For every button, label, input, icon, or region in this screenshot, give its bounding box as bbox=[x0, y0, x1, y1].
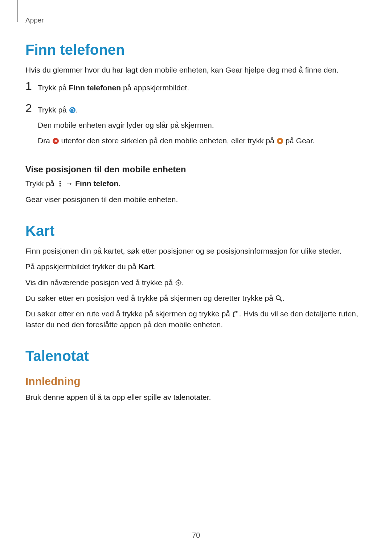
maps-p3-a: Vis din nåværende posisjon ved å trykke … bbox=[25, 278, 175, 287]
maps-p5: Du søker etter en rute ved å trykke på s… bbox=[25, 308, 367, 330]
sub-p1-end: . bbox=[118, 179, 121, 188]
step1-text-a: Trykk på bbox=[38, 83, 69, 92]
findphone-sub-title: Vise posisjonen til den mobile enheten bbox=[25, 164, 367, 175]
step2-line3-b: utenfor den store sirkelen på den mobile… bbox=[59, 136, 277, 145]
locate-start-icon bbox=[69, 107, 76, 114]
maps-p5-a: Du søker etter en rute ved å trykke på s… bbox=[25, 309, 232, 318]
maps-p2-a: På appskjermbildet trykker du på bbox=[25, 262, 139, 271]
svg-point-8 bbox=[59, 181, 61, 182]
step-2: 2 Trykk på . Den mobile enheten avgir ly… bbox=[25, 102, 367, 151]
stop-gear-icon bbox=[277, 138, 283, 144]
search-icon bbox=[275, 295, 282, 302]
voicememo-sub: Innledning bbox=[25, 375, 367, 387]
header-category: Apper bbox=[25, 16, 367, 24]
svg-line-18 bbox=[280, 299, 282, 301]
maps-p2-bold: Kart bbox=[139, 262, 154, 271]
maps-p2-end: . bbox=[154, 262, 156, 271]
directions-icon bbox=[232, 311, 239, 317]
arrow: → bbox=[64, 179, 75, 188]
step2-text-b: . bbox=[76, 106, 78, 114]
section-title-maps: Kart bbox=[25, 223, 367, 239]
maps-p4-a: Du søker etter en posisjon ved å trykke … bbox=[25, 294, 275, 302]
page-number: 70 bbox=[0, 531, 392, 539]
step2-line3-c: på Gear. bbox=[283, 136, 315, 145]
maps-p3-end: . bbox=[182, 278, 184, 287]
step2-text-a: Trykk på bbox=[38, 106, 69, 114]
step-number: 2 bbox=[25, 102, 38, 115]
svg-point-0 bbox=[69, 107, 75, 113]
maps-p4-end: . bbox=[282, 294, 285, 302]
step2-line3-a: Dra bbox=[38, 136, 52, 145]
step-number: 1 bbox=[25, 80, 38, 93]
svg-point-17 bbox=[276, 296, 280, 300]
step1-bold: Finn telefonen bbox=[69, 83, 121, 92]
svg-point-9 bbox=[59, 183, 61, 185]
maps-p1: Finn posisjonen din på kartet, søk etter… bbox=[25, 246, 367, 256]
manual-page: Apper Finn telefonen Hvis du glemmer hvo… bbox=[0, 0, 392, 554]
findphone-sub-p1: Trykk på → Finn telefon. bbox=[25, 178, 367, 189]
section-title-find-phone: Finn telefonen bbox=[25, 42, 367, 58]
dismiss-phone-icon bbox=[52, 138, 59, 144]
sub-p1-bold: Finn telefon bbox=[75, 179, 118, 188]
section-title-voicememo: Talenotat bbox=[25, 348, 367, 364]
findphone-intro: Hvis du glemmer hvor du har lagt den mob… bbox=[25, 65, 367, 75]
step1-text-c: på appskjermbildet. bbox=[121, 83, 189, 92]
more-options-icon bbox=[57, 180, 64, 187]
sub-p1-a: Trykk på bbox=[25, 179, 57, 188]
svg-rect-7 bbox=[279, 140, 281, 142]
svg-point-12 bbox=[177, 282, 179, 284]
margin-rule bbox=[17, 0, 18, 22]
maps-p4: Du søker etter en posisjon ved å trykke … bbox=[25, 293, 367, 303]
svg-point-19 bbox=[233, 316, 234, 317]
my-location-icon bbox=[175, 279, 182, 286]
maps-p3: Vis din nåværende posisjon ved å trykke … bbox=[25, 277, 367, 288]
voicememo-p1: Bruk denne appen til å ta opp eller spil… bbox=[25, 392, 367, 402]
findphone-sub-p2: Gear viser posisjonen til den mobile enh… bbox=[25, 194, 367, 205]
step2-line2: Den mobile enheten avgir lyder og slår p… bbox=[38, 120, 367, 131]
step-1: 1 Trykk på Finn telefonen på appskjermbi… bbox=[25, 80, 367, 98]
maps-p2: På appskjermbildet trykker du på Kart. bbox=[25, 261, 367, 272]
svg-point-10 bbox=[59, 185, 61, 186]
